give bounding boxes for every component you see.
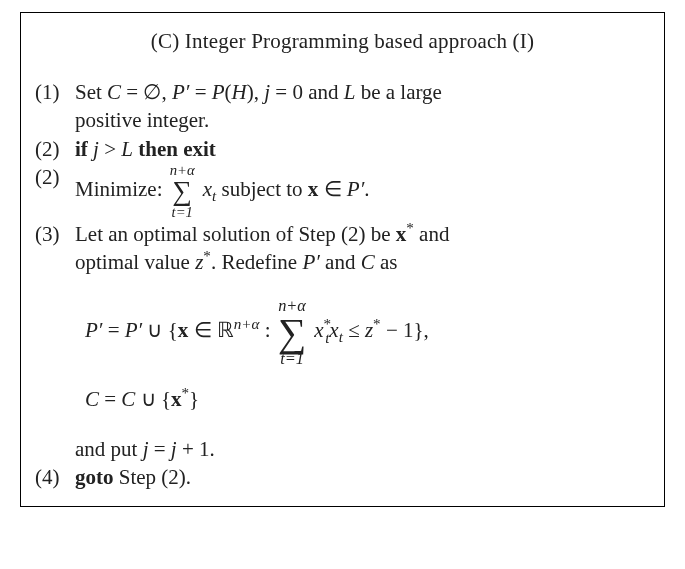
step-body: if j > L then exit [75, 135, 650, 163]
step-2b: (2) Minimize: n+α∑t=1xt subject to x ∈ P… [35, 163, 650, 220]
step-body: and put j = j + 1. [75, 435, 650, 463]
step-3: (3) Let an optimal solution of Step (2) … [35, 220, 650, 277]
step-3-tail: and put j = j + 1. [35, 435, 650, 463]
step-body: Minimize: n+α∑t=1xt subject to x ∈ P′. [75, 163, 650, 220]
equation-block: P′ = P′ ∪ {x ∈ ℝn+α : n+α∑t=1x*txt ≤ z* … [85, 298, 650, 418]
sum-symbol-big: n+α∑t=1 [278, 298, 306, 367]
step-body: goto Step (2). [75, 463, 650, 491]
step-number [35, 435, 75, 463]
step-number: (3) [35, 220, 75, 277]
step-1: (1) Set C = ∅, P′ = P(H), j = 0 and L be… [35, 78, 650, 135]
step-number: (2) [35, 163, 75, 220]
step-number: (2) [35, 135, 75, 163]
step-body: Let an optimal solution of Step (2) be x… [75, 220, 650, 277]
step-2a: (2) if j > L then exit [35, 135, 650, 163]
equation-pprime: P′ = P′ ∪ {x ∈ ℝn+α : n+α∑t=1x*txt ≤ z* … [85, 298, 650, 367]
step-4: (4) goto Step (2). [35, 463, 650, 491]
algorithm-title: (C) Integer Programming based approach (… [35, 29, 650, 54]
step-body: Set C = ∅, P′ = P(H), j = 0 and L be a l… [75, 78, 650, 135]
sum-symbol: n+α∑t=1 [170, 163, 195, 220]
step-number: (4) [35, 463, 75, 491]
equation-c: C = C ∪ {x*} [85, 381, 650, 419]
algorithm-box: (C) Integer Programming based approach (… [20, 12, 665, 507]
step-number: (1) [35, 78, 75, 135]
